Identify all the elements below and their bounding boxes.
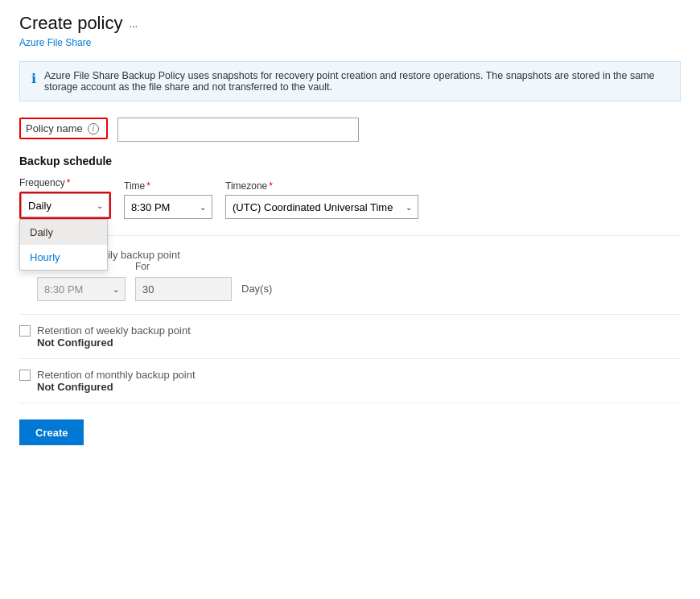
policy-name-label: Policy name i: [19, 118, 108, 139]
footer: Create: [19, 419, 681, 445]
time-field-group: Time* 8:30 PM ⌄: [124, 180, 212, 219]
at-for-row: At 8:30 PM ⌄ For Day(s): [37, 261, 681, 301]
for-input-wrapper: For: [135, 261, 232, 301]
page-title: Create policy: [19, 13, 122, 34]
page-container: Create policy ... Azure File Share ℹ Azu…: [0, 0, 700, 458]
time-select-wrapper: 8:30 PM ⌄: [124, 195, 212, 219]
daily-retention-checkbox-label: Retention of daily backup point: [19, 249, 681, 261]
weekly-retention-checkbox[interactable]: [19, 325, 31, 337]
monthly-retention-checkbox[interactable]: [19, 370, 31, 381]
dropdown-item-daily[interactable]: Daily: [20, 220, 107, 245]
info-banner-text: Azure File Share Backup Policy uses snap…: [44, 70, 669, 93]
policy-name-input[interactable]: [117, 118, 359, 142]
timezone-field-group: Timezone* (UTC) Coordinated Universal Ti…: [225, 180, 418, 219]
for-label: For: [135, 261, 232, 272]
weekly-retention-label: Retention of weekly backup point: [37, 324, 191, 337]
policy-name-row: Policy name i: [19, 118, 681, 142]
timezone-select-wrapper: (UTC) Coordinated Universal Time ⌄: [225, 195, 418, 219]
monthly-retention-row: Retention of monthly backup point Not Co…: [19, 369, 681, 393]
create-button[interactable]: Create: [19, 419, 84, 445]
frequency-field-group: Frequency* Daily Hourly ⌄ Daily Hourly: [19, 177, 111, 219]
weekly-retention-checkbox-label: Retention of weekly backup point: [19, 324, 681, 337]
at-time-select[interactable]: 8:30 PM: [37, 277, 126, 301]
daily-retention-row: Retention of daily backup point At 8:30 …: [19, 249, 681, 301]
monthly-retention-label: Retention of monthly backup point: [37, 369, 196, 381]
backup-schedule-title: Backup schedule: [19, 155, 681, 167]
section-divider-2: [19, 358, 681, 359]
dropdown-item-hourly[interactable]: Hourly: [20, 245, 107, 270]
info-icon: ℹ: [31, 71, 36, 86]
for-input[interactable]: [135, 277, 232, 301]
frequency-label: Frequency*: [19, 177, 111, 188]
schedule-row: Frequency* Daily Hourly ⌄ Daily Hourly: [19, 177, 681, 219]
section-divider-1: [19, 314, 681, 315]
title-ellipsis: ...: [129, 18, 138, 30]
frequency-select[interactable]: Daily Hourly: [21, 193, 109, 217]
monthly-not-configured: Not Configured: [37, 381, 681, 393]
retention-section: Retention of daily backup point At 8:30 …: [19, 235, 681, 403]
at-time-select-wrapper: 8:30 PM ⌄: [37, 277, 126, 301]
frequency-dropdown-wrapper: Daily Hourly ⌄: [19, 192, 111, 219]
backup-schedule-section: Backup schedule Frequency* Daily Hourly …: [19, 155, 681, 219]
page-subtitle: Azure File Share: [19, 37, 681, 48]
days-label: Day(s): [241, 268, 272, 295]
frequency-select-wrapper: Daily Hourly ⌄: [21, 193, 109, 217]
timezone-label: Timezone*: [225, 180, 418, 192]
weekly-retention-row: Retention of weekly backup point Not Con…: [19, 324, 681, 349]
time-label: Time*: [124, 180, 212, 192]
frequency-dropdown-menu: Daily Hourly: [19, 219, 108, 271]
section-divider-3: [19, 403, 681, 403]
timezone-select[interactable]: (UTC) Coordinated Universal Time: [225, 195, 418, 219]
info-banner: ℹ Azure File Share Backup Policy uses sn…: [19, 61, 681, 101]
monthly-retention-checkbox-label: Retention of monthly backup point: [19, 369, 681, 381]
weekly-not-configured: Not Configured: [37, 337, 681, 349]
policy-name-info-icon[interactable]: i: [88, 123, 99, 134]
time-select[interactable]: 8:30 PM: [124, 195, 212, 219]
